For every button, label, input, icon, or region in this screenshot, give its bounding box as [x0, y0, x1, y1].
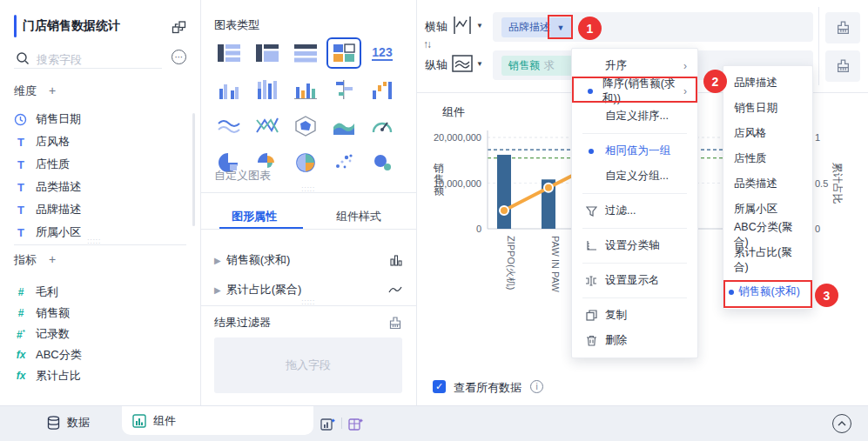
- metrics-section-header: 指标+: [14, 252, 56, 268]
- submenu-item-cumulative-ratio[interactable]: 累计占比(聚合): [723, 247, 812, 272]
- chart-type-kpi-card[interactable]: 123: [367, 40, 397, 66]
- chart-type-gauge[interactable]: [367, 113, 397, 139]
- text-field-icon: T: [14, 136, 28, 149]
- chart-type-grouped-table[interactable]: [214, 40, 244, 66]
- sidebar-item-sales-date[interactable]: 销售日期: [14, 108, 81, 130]
- drag-handle-icon[interactable]: ∙∙∙∙∙∙∙∙∙∙: [77, 238, 111, 245]
- chart-type-multi-chart[interactable]: [329, 40, 359, 66]
- add-metric-button[interactable]: +: [49, 252, 56, 266]
- submenu-item-category-desc[interactable]: 品类描述: [723, 171, 812, 197]
- info-icon[interactable]: i: [530, 380, 543, 393]
- sidebar-item-district[interactable]: T 所属小区: [14, 221, 81, 244]
- sidebar-item-gross-profit[interactable]: # 毛利: [14, 282, 58, 303]
- sidebar-item-category-desc[interactable]: T 品类描述: [14, 176, 81, 198]
- annotation-badge-3: 3: [815, 284, 838, 307]
- mini-line-chart-icon: [388, 284, 402, 295]
- chart-type-bar[interactable]: [329, 77, 359, 103]
- annotation-badge-2: 2: [703, 70, 727, 93]
- tab-data[interactable]: 数据: [47, 415, 90, 431]
- database-icon: [47, 416, 60, 430]
- horizontal-axis-type-dropdown[interactable]: ▼: [451, 15, 483, 36]
- formula-icon: fx: [14, 370, 28, 382]
- submenu-item-store-style[interactable]: 店风格: [723, 121, 812, 146]
- drag-handle-icon[interactable]: ∙∙∙∙∙∙∙∙∙∙: [291, 299, 326, 306]
- chart-type-scatter[interactable]: [329, 150, 359, 176]
- drag-handle-icon[interactable]: ∙∙∙∙∙∙∙∙∙∙: [291, 186, 326, 193]
- chart-type-map[interactable]: [291, 150, 320, 176]
- more-options-icon[interactable]: ⋯: [172, 50, 186, 64]
- submenu-item-store-nature[interactable]: 店性质: [723, 146, 812, 171]
- number-icon: #: [14, 286, 28, 298]
- menu-item-filter[interactable]: 过滤...: [572, 198, 697, 224]
- custom-chart-link[interactable]: 自定义图表: [214, 168, 271, 184]
- menu-item-copy[interactable]: 复制: [572, 303, 697, 328]
- sidebar-item-abc-class[interactable]: fx ABC分类: [14, 344, 82, 365]
- rename-icon: [584, 276, 598, 286]
- caret-right-icon[interactable]: ▶: [214, 285, 221, 295]
- number-icon: #: [14, 307, 28, 319]
- svg-text:0: 0: [476, 224, 481, 234]
- swap-axes-icon[interactable]: ↑↓: [423, 38, 430, 50]
- submenu-item-sales-date[interactable]: 销售日期: [723, 96, 812, 121]
- chart-type-detail-table[interactable]: [291, 40, 320, 66]
- menu-item-set-category-axis[interactable]: 设置分类轴: [572, 233, 697, 258]
- title-accent-bar: [14, 15, 17, 37]
- chart-type-clustered-column[interactable]: [214, 77, 244, 103]
- sidebar-scrollbar[interactable]: [192, 113, 195, 226]
- tab-component-active[interactable]: 组件: [122, 406, 313, 435]
- submenu-item-abc-class[interactable]: ABC分类(聚合): [723, 222, 812, 247]
- chart-type-column[interactable]: [291, 77, 320, 103]
- menu-item-delete[interactable]: 删除: [572, 328, 697, 353]
- tab-graph-properties[interactable]: 图形属性: [232, 209, 277, 224]
- menu-item-set-display-name[interactable]: 设置显示名: [572, 268, 697, 293]
- chart-type-multi-line[interactable]: [252, 113, 282, 139]
- caret-right-icon[interactable]: ▶: [214, 256, 221, 265]
- chart-type-area[interactable]: [329, 113, 359, 139]
- sidebar-item-store-nature[interactable]: T 店性质: [14, 153, 70, 176]
- selected-dot-icon: [589, 149, 594, 154]
- sidebar-item-sales-amount[interactable]: # 销售额: [14, 303, 70, 324]
- dataset-title: 门店销售数据统计: [23, 18, 120, 34]
- collapse-panel-button[interactable]: [832, 414, 851, 433]
- result-filter-dropzone[interactable]: 拖入字段: [214, 337, 402, 393]
- svg-text:1: 1: [815, 132, 820, 143]
- tab-component-style[interactable]: 组件样式: [336, 209, 381, 224]
- chart-type-radar[interactable]: [291, 113, 320, 139]
- chart-type-line[interactable]: [214, 113, 244, 139]
- menu-item-custom-sort[interactable]: 自定义排序...: [572, 104, 697, 129]
- submenu-arrow-icon: ›: [683, 60, 687, 72]
- chart-type-cross-table[interactable]: [252, 40, 282, 66]
- vaxis-field-pill[interactable]: 销售额 求: [501, 56, 576, 76]
- submenu-item-brand-desc[interactable]: 品牌描述: [723, 70, 812, 96]
- sidebar-item-brand-desc[interactable]: T 品牌描述: [14, 198, 81, 221]
- add-dimension-button[interactable]: +: [49, 84, 56, 97]
- menu-item-sort-asc[interactable]: 升序›: [572, 53, 697, 78]
- chart-type-bubble[interactable]: [367, 150, 397, 176]
- chart-type-waterfall[interactable]: [367, 77, 397, 103]
- property-field-cumulative-ratio[interactable]: ▶ 累计占比(聚合): [214, 282, 402, 297]
- brush-icon: [836, 59, 851, 73]
- svg-text:0: 0: [815, 224, 820, 234]
- clear-vertical-axis-button[interactable]: [825, 50, 860, 82]
- property-field-sales-sum[interactable]: ▶ 销售额(求和): [214, 252, 402, 268]
- sidebar-item-record-count[interactable]: #* 记录数: [14, 324, 70, 344]
- vertical-axis-type-dropdown[interactable]: ▼: [451, 53, 483, 74]
- text-field-icon: T: [14, 158, 28, 171]
- search-input[interactable]: 搜索字段: [37, 52, 82, 68]
- add-dashboard-icon[interactable]: [348, 417, 363, 431]
- sidebar-item-cumulative-ratio[interactable]: fx 累计占比: [14, 365, 81, 386]
- menu-item-group-same-values[interactable]: 相同值为一组: [572, 138, 697, 164]
- view-all-data-checkbox[interactable]: ✓: [433, 380, 446, 393]
- annotation-badge-1: 1: [578, 17, 602, 40]
- menu-item-custom-group[interactable]: 自定义分组...: [572, 164, 697, 189]
- sidebar-item-store-style[interactable]: T 店风格: [14, 130, 70, 153]
- annotation-box-2: [572, 77, 697, 103]
- text-field-icon: T: [14, 226, 28, 239]
- add-component-icon[interactable]: [320, 417, 335, 431]
- combo-axis-type-icon: [451, 53, 474, 74]
- switch-dataset-icon[interactable]: [172, 20, 186, 35]
- clear-horizontal-axis-button[interactable]: [825, 12, 860, 43]
- brush-icon[interactable]: [388, 317, 402, 330]
- chart-type-stacked-column[interactable]: [252, 77, 282, 103]
- submenu-item-district[interactable]: 所属小区: [723, 197, 812, 222]
